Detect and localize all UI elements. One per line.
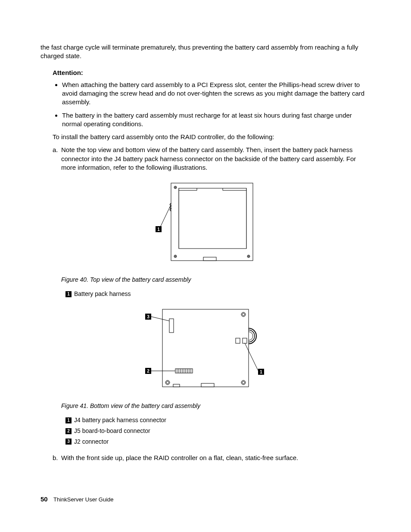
callout-label: J2 connector xyxy=(74,438,109,446)
callout-number-box: 1 xyxy=(65,291,72,297)
attention-heading: Attention: xyxy=(53,68,371,77)
figure-40-diagram: 1 xyxy=(40,180,371,268)
svg-line-42 xyxy=(151,317,169,321)
svg-text:2: 2 xyxy=(147,369,149,373)
callout-item: 2 J5 board-to-board connector xyxy=(65,427,371,435)
figure-41-caption: Figure 41. Bottom view of the battery ca… xyxy=(61,402,371,410)
attention-bullet-list: When attaching the battery card assembly… xyxy=(40,81,371,128)
step-a: a. Note the top view and bottom view of … xyxy=(53,146,371,172)
continuation-paragraph: the fast charge cycle will terminate pre… xyxy=(40,43,371,61)
page-footer: 50 ThinkServer User Guide xyxy=(40,495,114,504)
svg-text:1: 1 xyxy=(157,227,160,232)
svg-text:3: 3 xyxy=(147,314,149,319)
svg-point-16 xyxy=(166,381,169,384)
step-marker: b. xyxy=(53,454,61,462)
callout-item: 1 Battery pack harness xyxy=(65,290,371,298)
attention-bullet: When attaching the battery card assembly… xyxy=(62,81,371,107)
callout-label: J4 battery pack harness connector xyxy=(74,416,166,424)
svg-rect-10 xyxy=(203,257,216,261)
callout-item: 3 J2 connector xyxy=(65,438,371,446)
svg-rect-35 xyxy=(243,338,247,343)
figure-40-callout-list: 1 Battery pack harness xyxy=(65,290,371,298)
svg-rect-0 xyxy=(171,183,253,261)
svg-rect-21 xyxy=(201,383,214,387)
figure-41-callout-list: 1 J4 battery pack harness connector 2 J5… xyxy=(65,416,371,446)
callout-item: 1 J4 battery pack harness connector xyxy=(65,416,371,424)
svg-point-18 xyxy=(242,381,245,384)
callout-label: Battery pack harness xyxy=(74,290,131,298)
svg-rect-22 xyxy=(173,384,180,387)
step-text: With the front side up, place the RAID c… xyxy=(61,454,371,462)
page-number: 50 xyxy=(40,495,48,503)
callout-number-box: 1 xyxy=(65,417,72,423)
svg-line-36 xyxy=(245,343,258,370)
svg-rect-23 xyxy=(169,319,174,333)
figure-40-caption: Figure 40. Top view of the battery card … xyxy=(61,276,371,284)
svg-text:1: 1 xyxy=(260,370,262,374)
step-b: b. With the front side up, place the RAI… xyxy=(53,454,371,462)
install-intro: To install the battery card assembly ont… xyxy=(53,133,371,141)
step-marker: a. xyxy=(53,146,61,172)
doc-title: ThinkServer User Guide xyxy=(53,496,113,503)
callout-number-box: 2 xyxy=(65,428,72,434)
callout-label: J5 board-to-board connector xyxy=(74,427,150,435)
svg-point-20 xyxy=(242,313,245,316)
callout-number-box: 3 xyxy=(65,439,72,445)
attention-bullet: The battery in the battery card assembly… xyxy=(62,111,371,129)
figure-41-diagram: 1 2 3 xyxy=(40,306,371,394)
page: the fast charge cycle will terminate pre… xyxy=(0,0,411,532)
svg-rect-34 xyxy=(236,338,240,343)
svg-rect-14 xyxy=(162,309,249,387)
svg-line-11 xyxy=(161,206,170,226)
step-text: Note the top view and bottom view of the… xyxy=(61,146,371,172)
